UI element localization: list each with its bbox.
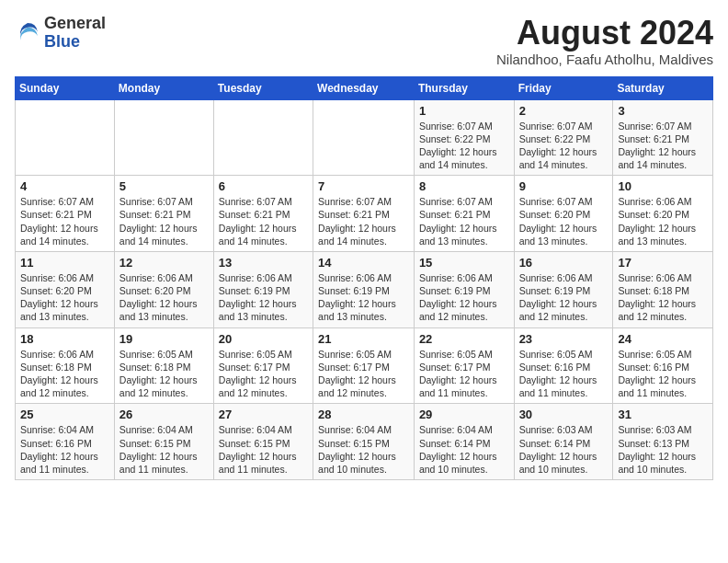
day-detail: Sunrise: 6:07 AM Sunset: 6:21 PM Dayligh… [419,195,509,247]
header-monday: Monday [114,76,213,99]
calendar-cell: 27Sunrise: 6:04 AM Sunset: 6:15 PM Dayli… [213,404,313,480]
day-number: 15 [419,256,509,270]
week-row-5: 25Sunrise: 6:04 AM Sunset: 6:16 PM Dayli… [16,404,713,480]
day-detail: Sunrise: 6:06 AM Sunset: 6:19 PM Dayligh… [318,271,409,324]
calendar-cell: 26Sunrise: 6:04 AM Sunset: 6:15 PM Dayli… [114,404,213,480]
calendar-cell: 29Sunrise: 6:04 AM Sunset: 6:14 PM Dayli… [414,404,514,480]
calendar-cell: 20Sunrise: 6:05 AM Sunset: 6:17 PM Dayli… [213,327,313,404]
calendar-cell: 7Sunrise: 6:07 AM Sunset: 6:21 PM Daylig… [313,176,415,252]
day-number: 27 [219,408,308,421]
calendar-cell [213,99,313,176]
header-sunday: Sunday [16,76,115,99]
day-detail: Sunrise: 6:07 AM Sunset: 6:22 PM Dayligh… [419,120,509,172]
calendar-cell: 24Sunrise: 6:05 AM Sunset: 6:16 PM Dayli… [613,327,713,404]
day-number: 31 [618,408,708,421]
header-thursday: Thursday [414,76,514,99]
title-block: August 2024 Nilandhoo, Faafu Atholhu, Ma… [496,15,713,67]
day-detail: Sunrise: 6:03 AM Sunset: 6:13 PM Dayligh… [618,423,708,476]
day-detail: Sunrise: 6:04 AM Sunset: 6:15 PM Dayligh… [219,423,308,476]
calendar-cell: 25Sunrise: 6:04 AM Sunset: 6:16 PM Dayli… [16,404,115,480]
day-detail: Sunrise: 6:03 AM Sunset: 6:14 PM Dayligh… [519,423,609,476]
calendar-cell: 22Sunrise: 6:05 AM Sunset: 6:17 PM Dayli… [414,327,514,404]
calendar-table: SundayMondayTuesdayWednesdayThursdayFrid… [15,76,713,480]
day-detail: Sunrise: 6:07 AM Sunset: 6:21 PM Dayligh… [20,195,109,247]
calendar-cell: 11Sunrise: 6:06 AM Sunset: 6:20 PM Dayli… [16,251,115,327]
day-detail: Sunrise: 6:07 AM Sunset: 6:21 PM Dayligh… [618,120,708,172]
day-number: 20 [219,332,308,346]
day-detail: Sunrise: 6:05 AM Sunset: 6:16 PM Dayligh… [519,348,609,400]
day-number: 23 [519,332,609,346]
day-detail: Sunrise: 6:04 AM Sunset: 6:14 PM Dayligh… [419,423,509,476]
day-number: 9 [519,179,609,193]
day-detail: Sunrise: 6:04 AM Sunset: 6:16 PM Dayligh… [20,423,109,476]
day-number: 14 [318,256,409,270]
day-number: 3 [618,104,708,118]
day-number: 30 [519,408,609,421]
day-detail: Sunrise: 6:06 AM Sunset: 6:20 PM Dayligh… [20,271,109,324]
day-number: 11 [20,256,109,270]
week-row-1: 1Sunrise: 6:07 AM Sunset: 6:22 PM Daylig… [16,99,713,176]
page-header: General Blue August 2024 Nilandhoo, Faaf… [15,15,713,67]
day-number: 17 [618,256,708,270]
day-number: 22 [419,332,509,346]
day-detail: Sunrise: 6:05 AM Sunset: 6:17 PM Dayligh… [318,348,409,400]
calendar-cell: 28Sunrise: 6:04 AM Sunset: 6:15 PM Dayli… [313,404,415,480]
day-detail: Sunrise: 6:04 AM Sunset: 6:15 PM Dayligh… [119,423,209,476]
calendar-body: 1Sunrise: 6:07 AM Sunset: 6:22 PM Daylig… [16,99,713,479]
day-detail: Sunrise: 6:05 AM Sunset: 6:18 PM Dayligh… [119,348,209,400]
day-number: 12 [119,256,209,270]
day-number: 6 [219,179,308,193]
day-detail: Sunrise: 6:06 AM Sunset: 6:19 PM Dayligh… [419,271,509,324]
day-detail: Sunrise: 6:07 AM Sunset: 6:21 PM Dayligh… [219,195,308,247]
calendar-cell: 2Sunrise: 6:07 AM Sunset: 6:22 PM Daylig… [514,99,613,176]
day-number: 5 [119,179,209,193]
calendar-cell: 16Sunrise: 6:06 AM Sunset: 6:19 PM Dayli… [514,251,613,327]
calendar-cell: 18Sunrise: 6:06 AM Sunset: 6:18 PM Dayli… [16,327,115,404]
day-detail: Sunrise: 6:05 AM Sunset: 6:16 PM Dayligh… [618,348,708,400]
header-tuesday: Tuesday [213,76,313,99]
day-number: 4 [20,179,109,193]
calendar-cell: 8Sunrise: 6:07 AM Sunset: 6:21 PM Daylig… [414,176,514,252]
calendar-cell: 3Sunrise: 6:07 AM Sunset: 6:21 PM Daylig… [613,99,713,176]
week-row-4: 18Sunrise: 6:06 AM Sunset: 6:18 PM Dayli… [16,327,713,404]
day-detail: Sunrise: 6:05 AM Sunset: 6:17 PM Dayligh… [419,348,509,400]
day-detail: Sunrise: 6:07 AM Sunset: 6:22 PM Dayligh… [519,120,609,172]
day-number: 28 [318,408,409,421]
days-header-row: SundayMondayTuesdayWednesdayThursdayFrid… [16,76,713,99]
day-detail: Sunrise: 6:05 AM Sunset: 6:17 PM Dayligh… [219,348,308,400]
calendar-cell [313,99,415,176]
week-row-2: 4Sunrise: 6:07 AM Sunset: 6:21 PM Daylig… [16,176,713,252]
day-detail: Sunrise: 6:06 AM Sunset: 6:18 PM Dayligh… [20,348,109,400]
calendar-cell: 17Sunrise: 6:06 AM Sunset: 6:18 PM Dayli… [613,251,713,327]
calendar-cell: 21Sunrise: 6:05 AM Sunset: 6:17 PM Dayli… [313,327,415,404]
calendar-cell: 4Sunrise: 6:07 AM Sunset: 6:21 PM Daylig… [16,176,115,252]
page-title: August 2024 [496,15,713,52]
day-detail: Sunrise: 6:07 AM Sunset: 6:20 PM Dayligh… [519,195,609,247]
page-subtitle: Nilandhoo, Faafu Atholhu, Maldives [496,52,713,67]
calendar-cell: 14Sunrise: 6:06 AM Sunset: 6:19 PM Dayli… [313,251,415,327]
logo-icon [15,20,40,46]
day-number: 8 [419,179,509,193]
calendar-cell: 12Sunrise: 6:06 AM Sunset: 6:20 PM Dayli… [114,251,213,327]
calendar-cell: 23Sunrise: 6:05 AM Sunset: 6:16 PM Dayli… [514,327,613,404]
day-detail: Sunrise: 6:06 AM Sunset: 6:20 PM Dayligh… [618,195,708,247]
calendar-cell: 15Sunrise: 6:06 AM Sunset: 6:19 PM Dayli… [414,251,514,327]
day-number: 7 [318,179,409,193]
day-detail: Sunrise: 6:06 AM Sunset: 6:19 PM Dayligh… [519,271,609,324]
day-number: 19 [119,332,209,346]
header-friday: Friday [514,76,613,99]
day-number: 29 [419,408,509,421]
header-saturday: Saturday [613,76,713,99]
calendar-cell: 6Sunrise: 6:07 AM Sunset: 6:21 PM Daylig… [213,176,313,252]
day-number: 2 [519,104,609,118]
day-number: 21 [318,332,409,346]
logo-text: General Blue [44,15,106,52]
day-number: 18 [20,332,109,346]
calendar-cell: 1Sunrise: 6:07 AM Sunset: 6:22 PM Daylig… [414,99,514,176]
day-number: 25 [20,408,109,421]
calendar-cell: 10Sunrise: 6:06 AM Sunset: 6:20 PM Dayli… [613,176,713,252]
day-detail: Sunrise: 6:06 AM Sunset: 6:19 PM Dayligh… [219,271,308,324]
day-number: 1 [419,104,509,118]
day-detail: Sunrise: 6:07 AM Sunset: 6:21 PM Dayligh… [318,195,409,247]
day-detail: Sunrise: 6:06 AM Sunset: 6:20 PM Dayligh… [119,271,209,324]
